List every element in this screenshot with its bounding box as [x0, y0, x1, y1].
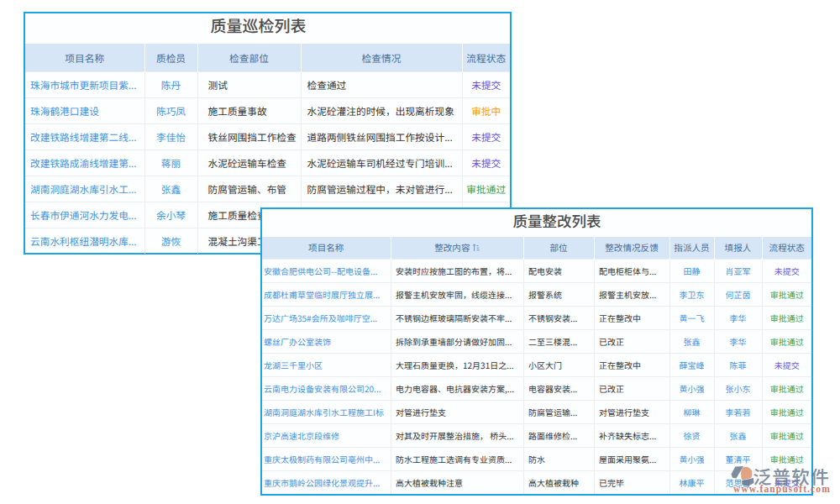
svg-text:www.fanpusoft.com: www.fanpusoft.com	[733, 484, 831, 495]
